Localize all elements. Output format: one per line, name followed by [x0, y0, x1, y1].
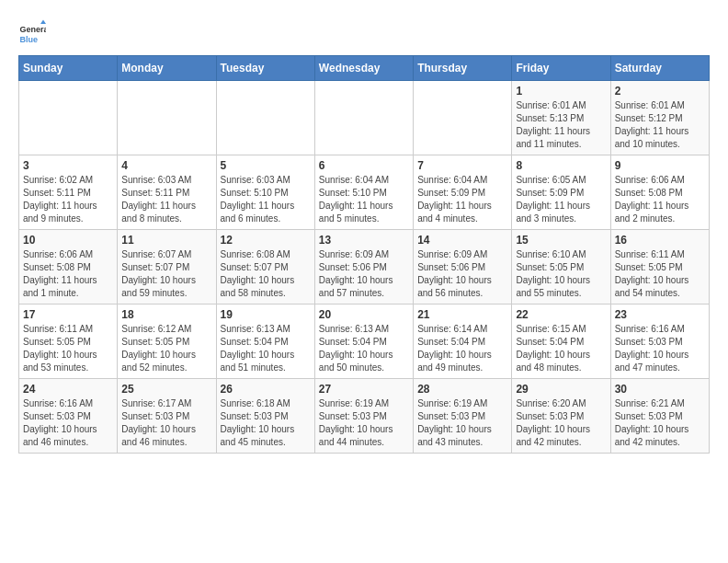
weekday-header: Tuesday [216, 56, 314, 81]
weekday-header: Sunday [19, 56, 118, 81]
day-info: Sunrise: 6:16 AM Sunset: 5:03 PM Dayligh… [23, 397, 113, 449]
day-number: 30 [615, 383, 705, 396]
weekday-header: Wednesday [314, 56, 413, 81]
day-info: Sunrise: 6:18 AM Sunset: 5:03 PM Dayligh… [221, 397, 311, 449]
day-number: 3 [23, 159, 113, 172]
day-number: 15 [516, 234, 606, 247]
day-number: 19 [221, 308, 311, 321]
day-number: 25 [121, 383, 211, 396]
svg-text:Blue: Blue [20, 35, 39, 44]
calendar-day-cell: 28Sunrise: 6:19 AM Sunset: 5:03 PM Dayli… [414, 379, 512, 454]
day-info: Sunrise: 6:06 AM Sunset: 5:08 PM Dayligh… [615, 174, 705, 225]
day-info: Sunrise: 6:15 AM Sunset: 5:04 PM Dayligh… [516, 323, 606, 374]
calendar-day-cell [118, 81, 216, 155]
day-info: Sunrise: 6:17 AM Sunset: 5:03 PM Dayligh… [121, 397, 211, 449]
day-number: 20 [319, 308, 409, 321]
day-number: 18 [121, 308, 211, 321]
day-info: Sunrise: 6:12 AM Sunset: 5:05 PM Dayligh… [121, 323, 211, 374]
calendar-day-cell: 20Sunrise: 6:13 AM Sunset: 5:04 PM Dayli… [314, 304, 413, 379]
calendar-day-cell: 21Sunrise: 6:14 AM Sunset: 5:04 PM Dayli… [414, 304, 512, 379]
calendar-header: SundayMondayTuesdayWednesdayThursdayFrid… [19, 56, 710, 81]
day-number: 5 [221, 159, 311, 172]
day-number: 11 [121, 234, 211, 247]
calendar-day-cell: 13Sunrise: 6:09 AM Sunset: 5:06 PM Dayli… [314, 230, 413, 304]
day-number: 2 [615, 85, 705, 98]
calendar-day-cell [414, 81, 512, 155]
day-number: 14 [417, 234, 507, 247]
calendar-day-cell: 2Sunrise: 6:01 AM Sunset: 5:12 PM Daylig… [610, 81, 709, 155]
day-info: Sunrise: 6:06 AM Sunset: 5:08 PM Dayligh… [23, 248, 113, 300]
calendar-table: SundayMondayTuesdayWednesdayThursdayFrid… [18, 55, 710, 454]
calendar-day-cell: 14Sunrise: 6:09 AM Sunset: 5:06 PM Dayli… [414, 230, 512, 304]
calendar-week-row: 24Sunrise: 6:16 AM Sunset: 5:03 PM Dayli… [19, 379, 710, 454]
day-info: Sunrise: 6:10 AM Sunset: 5:05 PM Dayligh… [516, 248, 606, 300]
calendar-day-cell: 18Sunrise: 6:12 AM Sunset: 5:05 PM Dayli… [118, 304, 216, 379]
calendar-day-cell: 19Sunrise: 6:13 AM Sunset: 5:04 PM Dayli… [216, 304, 314, 379]
logo: General Blue [18, 18, 50, 46]
svg-text:General: General [20, 25, 47, 34]
calendar-day-cell: 22Sunrise: 6:15 AM Sunset: 5:04 PM Dayli… [512, 304, 610, 379]
day-info: Sunrise: 6:21 AM Sunset: 5:03 PM Dayligh… [615, 397, 705, 449]
day-number: 17 [23, 308, 113, 321]
day-number: 28 [417, 383, 507, 396]
calendar-day-cell: 24Sunrise: 6:16 AM Sunset: 5:03 PM Dayli… [19, 379, 118, 454]
day-info: Sunrise: 6:09 AM Sunset: 5:06 PM Dayligh… [417, 248, 507, 300]
calendar-day-cell: 30Sunrise: 6:21 AM Sunset: 5:03 PM Dayli… [610, 379, 709, 454]
day-info: Sunrise: 6:20 AM Sunset: 5:03 PM Dayligh… [516, 397, 606, 449]
day-number: 4 [121, 159, 211, 172]
calendar-day-cell: 1Sunrise: 6:01 AM Sunset: 5:13 PM Daylig… [512, 81, 610, 155]
day-number: 24 [23, 383, 113, 396]
weekday-header: Friday [512, 56, 610, 81]
weekday-header: Monday [118, 56, 216, 81]
day-info: Sunrise: 6:14 AM Sunset: 5:04 PM Dayligh… [417, 323, 507, 374]
calendar-day-cell: 5Sunrise: 6:03 AM Sunset: 5:10 PM Daylig… [216, 155, 314, 230]
weekday-header: Thursday [414, 56, 512, 81]
calendar-week-row: 10Sunrise: 6:06 AM Sunset: 5:08 PM Dayli… [19, 230, 710, 304]
day-number: 16 [615, 234, 705, 247]
day-number: 26 [221, 383, 311, 396]
calendar-day-cell: 15Sunrise: 6:10 AM Sunset: 5:05 PM Dayli… [512, 230, 610, 304]
day-number: 10 [23, 234, 113, 247]
calendar-week-row: 1Sunrise: 6:01 AM Sunset: 5:13 PM Daylig… [19, 81, 710, 155]
calendar-body: 1Sunrise: 6:01 AM Sunset: 5:13 PM Daylig… [19, 81, 710, 454]
weekday-row: SundayMondayTuesdayWednesdayThursdayFrid… [19, 56, 710, 81]
day-info: Sunrise: 6:16 AM Sunset: 5:03 PM Dayligh… [615, 323, 705, 374]
calendar-day-cell [19, 81, 118, 155]
day-number: 7 [417, 159, 507, 172]
calendar-day-cell: 25Sunrise: 6:17 AM Sunset: 5:03 PM Dayli… [118, 379, 216, 454]
day-info: Sunrise: 6:04 AM Sunset: 5:10 PM Dayligh… [319, 174, 409, 225]
calendar-day-cell: 8Sunrise: 6:05 AM Sunset: 5:09 PM Daylig… [512, 155, 610, 230]
calendar-day-cell: 9Sunrise: 6:06 AM Sunset: 5:08 PM Daylig… [610, 155, 709, 230]
calendar-day-cell [216, 81, 314, 155]
day-number: 8 [516, 159, 606, 172]
day-number: 1 [516, 85, 606, 98]
day-info: Sunrise: 6:05 AM Sunset: 5:09 PM Dayligh… [516, 174, 606, 225]
calendar-day-cell: 3Sunrise: 6:02 AM Sunset: 5:11 PM Daylig… [19, 155, 118, 230]
calendar-day-cell: 17Sunrise: 6:11 AM Sunset: 5:05 PM Dayli… [19, 304, 118, 379]
day-info: Sunrise: 6:07 AM Sunset: 5:07 PM Dayligh… [121, 248, 211, 300]
day-info: Sunrise: 6:01 AM Sunset: 5:12 PM Dayligh… [615, 99, 705, 151]
day-number: 13 [319, 234, 409, 247]
calendar-day-cell: 16Sunrise: 6:11 AM Sunset: 5:05 PM Dayli… [610, 230, 709, 304]
calendar-day-cell: 26Sunrise: 6:18 AM Sunset: 5:03 PM Dayli… [216, 379, 314, 454]
day-info: Sunrise: 6:03 AM Sunset: 5:11 PM Dayligh… [121, 174, 211, 225]
day-number: 29 [516, 383, 606, 396]
day-info: Sunrise: 6:02 AM Sunset: 5:11 PM Dayligh… [23, 174, 113, 225]
calendar-day-cell: 10Sunrise: 6:06 AM Sunset: 5:08 PM Dayli… [19, 230, 118, 304]
day-number: 12 [221, 234, 311, 247]
calendar-day-cell: 29Sunrise: 6:20 AM Sunset: 5:03 PM Dayli… [512, 379, 610, 454]
calendar-day-cell: 27Sunrise: 6:19 AM Sunset: 5:03 PM Dayli… [314, 379, 413, 454]
svg-marker-2 [40, 20, 46, 25]
day-info: Sunrise: 6:11 AM Sunset: 5:05 PM Dayligh… [615, 248, 705, 300]
calendar-day-cell: 23Sunrise: 6:16 AM Sunset: 5:03 PM Dayli… [610, 304, 709, 379]
day-number: 6 [319, 159, 409, 172]
day-info: Sunrise: 6:13 AM Sunset: 5:04 PM Dayligh… [221, 323, 311, 374]
day-number: 21 [417, 308, 507, 321]
day-info: Sunrise: 6:04 AM Sunset: 5:09 PM Dayligh… [417, 174, 507, 225]
logo-icon: General Blue [18, 18, 46, 46]
day-info: Sunrise: 6:08 AM Sunset: 5:07 PM Dayligh… [221, 248, 311, 300]
calendar-week-row: 17Sunrise: 6:11 AM Sunset: 5:05 PM Dayli… [19, 304, 710, 379]
calendar-day-cell: 7Sunrise: 6:04 AM Sunset: 5:09 PM Daylig… [414, 155, 512, 230]
calendar-day-cell: 4Sunrise: 6:03 AM Sunset: 5:11 PM Daylig… [118, 155, 216, 230]
day-number: 27 [319, 383, 409, 396]
